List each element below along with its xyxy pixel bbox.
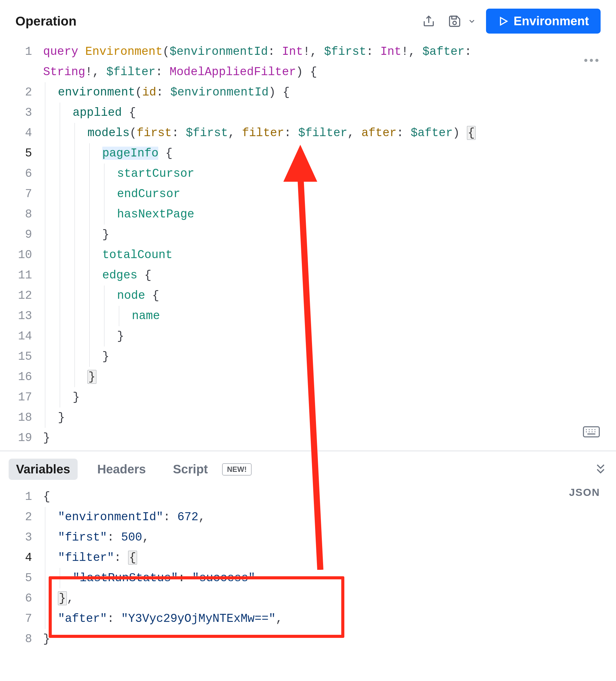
panel-tabs: VariablesHeadersScript NEW! JSON bbox=[0, 451, 616, 485]
code-line[interactable]: node { bbox=[43, 285, 476, 306]
code-line[interactable]: models(first: $first, filter: $filter, a… bbox=[43, 123, 476, 143]
new-badge: NEW! bbox=[222, 463, 252, 476]
tab-headers[interactable]: Headers bbox=[90, 459, 153, 480]
code-line[interactable]: edges { bbox=[43, 265, 476, 285]
svg-point-3 bbox=[584, 59, 587, 62]
keyboard-icon bbox=[583, 426, 600, 438]
chevron-down-icon bbox=[467, 17, 476, 26]
save-dropdown[interactable] bbox=[465, 15, 479, 28]
code-line[interactable]: }, bbox=[43, 588, 283, 609]
code-line[interactable]: } bbox=[43, 367, 476, 387]
code-line[interactable]: hasNextPage bbox=[43, 204, 476, 225]
operation-editor[interactable]: 12345678910111213141516171819 query Envi… bbox=[0, 39, 616, 451]
code-line[interactable]: query Environment($environmentId: Int!, … bbox=[43, 42, 476, 62]
variables-editor[interactable]: 12345678 {"environmentId": 672,"first": … bbox=[0, 485, 616, 652]
svg-point-5 bbox=[595, 59, 598, 62]
code-line[interactable]: } bbox=[43, 428, 476, 448]
floppy-disk-icon bbox=[448, 15, 461, 28]
code-line[interactable]: totalCount bbox=[43, 245, 476, 265]
code-line[interactable]: "after": "Y3Vyc29yOjMyNTExMw==", bbox=[43, 609, 283, 629]
page-title: Operation bbox=[16, 14, 76, 29]
code-line[interactable]: "lastRunStatus": "success" bbox=[43, 568, 283, 588]
svg-point-4 bbox=[590, 59, 593, 62]
play-icon bbox=[498, 16, 509, 27]
save-button[interactable] bbox=[445, 12, 464, 30]
code-line[interactable]: name bbox=[43, 306, 476, 326]
code-line[interactable]: "first": 500, bbox=[43, 527, 283, 548]
tab-script[interactable]: Script bbox=[166, 459, 215, 480]
operation-toolbar: Operation Environment bbox=[0, 0, 616, 39]
tab-variables[interactable]: Variables bbox=[9, 459, 78, 480]
run-button-label: Environment bbox=[514, 14, 589, 28]
code-line[interactable]: "environmentId": 672, bbox=[43, 507, 283, 527]
operation-gutter: 12345678910111213141516171819 bbox=[0, 42, 43, 448]
code-line[interactable]: "filter": { bbox=[43, 548, 283, 568]
variables-code[interactable]: {"environmentId": 672,"first": 500,"filt… bbox=[43, 487, 283, 649]
code-line[interactable]: } bbox=[43, 326, 476, 347]
code-line[interactable]: endCursor bbox=[43, 184, 476, 204]
collapse-panel[interactable] bbox=[594, 462, 607, 477]
code-line[interactable]: } bbox=[43, 407, 476, 428]
variables-gutter: 12345678 bbox=[0, 487, 43, 649]
code-line[interactable]: } bbox=[43, 347, 476, 367]
code-line[interactable]: String!, $filter: ModelAppliedFilter) { bbox=[43, 62, 476, 82]
run-button[interactable]: Environment bbox=[486, 9, 600, 33]
svg-rect-0 bbox=[452, 16, 456, 19]
more-menu[interactable] bbox=[583, 50, 600, 71]
code-line[interactable]: { bbox=[43, 487, 283, 507]
more-horizontal-icon bbox=[583, 57, 600, 64]
code-line[interactable]: startCursor bbox=[43, 163, 476, 184]
operation-code[interactable]: query Environment($environmentId: Int!, … bbox=[43, 42, 476, 448]
svg-rect-6 bbox=[583, 427, 599, 437]
code-line[interactable]: pageInfo { bbox=[43, 143, 476, 163]
share-icon bbox=[422, 15, 436, 28]
code-line[interactable]: } bbox=[43, 629, 283, 649]
code-line[interactable]: } bbox=[43, 225, 476, 245]
toolbar-actions: Environment bbox=[419, 9, 600, 33]
code-line[interactable]: applied { bbox=[43, 103, 476, 123]
code-line[interactable]: } bbox=[43, 387, 476, 407]
svg-marker-2 bbox=[500, 18, 507, 25]
keyboard-shortcuts[interactable] bbox=[583, 425, 600, 445]
share-button[interactable] bbox=[419, 12, 438, 30]
svg-point-1 bbox=[453, 21, 456, 25]
double-chevron-down-icon bbox=[594, 462, 607, 476]
code-line[interactable]: environment(id: $environmentId) { bbox=[43, 82, 476, 103]
